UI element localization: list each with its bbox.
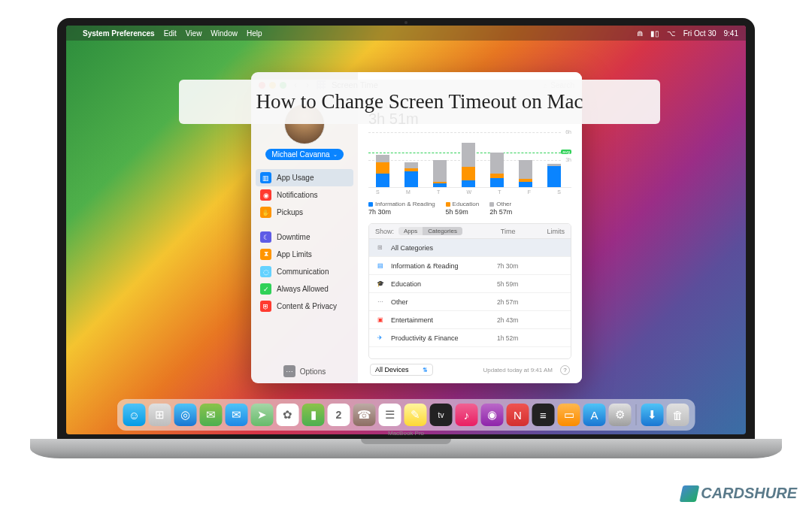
dock-contacts[interactable]: ☎ [353,404,376,426]
always-allowed-icon: ✓ [260,283,271,295]
laptop-base [30,439,782,458]
notifications-icon: ◉ [260,189,271,201]
table-row[interactable]: ▣Entertainment2h 43m [369,311,571,329]
dock-finder[interactable]: ☺ [123,404,146,426]
category-icon: 🎓 [375,279,385,289]
table-row[interactable]: ⋯Other2h 57m [369,293,571,311]
sidebar-options[interactable]: ⋯ Options [277,359,332,383]
laptop-frame: System Preferences Edit View Window Help… [57,18,755,469]
device-selector[interactable]: All Devices ⇅ [370,364,433,376]
table-row[interactable]: ▤Information & Reading7h 30m [369,257,571,275]
dock-messages[interactable]: ✉ [200,404,223,426]
communication-icon: ◌ [260,266,271,277]
sidebar-item-content-privacy[interactable]: ⛨Content & Privacy [256,298,353,315]
dock-appstore[interactable]: A [583,404,606,426]
pickups-icon: ✋ [260,207,271,218]
dock-calendar[interactable]: 2 [328,404,350,426]
chevron-updown-icon: ⇅ [423,367,428,373]
col-time: Time [501,228,516,235]
help-button[interactable]: ? [560,365,570,375]
menubar-item-window[interactable]: Window [211,29,238,38]
sidebar-item-communication[interactable]: ◌Communication [256,263,353,280]
category-table: Show: Apps Categories Time Limits ⊞All C… [368,223,571,359]
table-row[interactable]: ⊞All Categories [369,239,571,257]
watermark: CARDSHURE [681,485,797,502]
col-limits: Limits [547,228,565,235]
table-row[interactable]: 🎓Education5h 59m [369,275,571,293]
dock-safari[interactable]: ◎ [174,404,197,426]
category-icon: ▤ [375,261,385,271]
menubar-time[interactable]: 9:41 [724,29,738,38]
menubar-date[interactable]: Fri Oct 30 [683,29,717,38]
dock-books[interactable]: ▭ [558,404,580,426]
sidebar-item-pickups[interactable]: ✋Pickups [256,204,353,221]
dock-podcasts[interactable]: ◉ [481,404,504,426]
segment-apps[interactable]: Apps [398,227,423,235]
dock-news[interactable]: N [507,404,529,426]
dock-facetime[interactable]: ▮ [302,404,325,426]
dock-maps[interactable]: ➤ [251,404,274,426]
control-center-icon[interactable]: ⌥ [667,29,676,38]
app-limits-icon: ⧗ [260,249,271,260]
sidebar-item-notifications[interactable]: ◉Notifications [256,186,353,204]
chart-x-axis: SMTWTFS [368,188,571,195]
menubar-item-edit[interactable]: Edit [164,29,177,38]
laptop-label: MacBook Pro [388,430,424,437]
wifi-icon[interactable]: ⋒ [637,29,643,38]
user-selector[interactable]: Michael Cavanna ⌄ [265,149,343,160]
camera-icon [404,21,408,24]
dock-stocks[interactable]: ≡ [532,404,555,426]
dock-photos[interactable]: ✿ [277,404,299,426]
app-usage-icon: ▥ [260,172,271,183]
dock-reminders[interactable]: ☰ [379,404,401,426]
options-icon: ⋯ [283,365,295,377]
usage-chart: 6h3havg [368,132,571,188]
segment-control[interactable]: Apps Categories [398,227,462,235]
desktop: System Preferences Edit View Window Help… [66,26,746,434]
menubar-app-name[interactable]: System Preferences [83,29,155,38]
battery-icon[interactable]: ▮▯ [650,29,659,38]
watermark-icon [680,485,700,502]
dock-music[interactable]: ♪ [456,404,478,426]
chart-legend: Information & Reading7h 30mEducation5h 5… [368,201,571,216]
dock-tv[interactable]: tv [430,404,453,426]
sidebar-item-app-usage[interactable]: ▥App Usage [256,169,353,186]
sidebar-item-always-allowed[interactable]: ✓Always Allowed [256,280,353,298]
dock-mail[interactable]: ✉ [226,404,248,426]
category-icon: ⊞ [375,243,385,252]
sidebar-item-downtime[interactable]: ☾Downtime [256,228,353,246]
category-icon: ▣ [375,315,385,325]
menubar-item-help[interactable]: Help [247,29,262,38]
dock-downloads[interactable]: ⬇ [641,404,664,426]
article-title-overlay: How to Change Screen Timeout on Mac [179,80,660,124]
dock-trash[interactable]: 🗑 [667,404,689,426]
dock-launchpad[interactable]: ⊞ [149,404,171,426]
downtime-icon: ☾ [260,231,271,243]
content-privacy-icon: ⛨ [260,301,271,312]
category-icon: ✈ [375,333,385,343]
dock-preferences[interactable]: ⚙ [609,404,632,426]
sidebar-item-app-limits[interactable]: ⧗App Limits [256,246,353,263]
menubar-item-view[interactable]: View [186,29,202,38]
dock-notes[interactable]: ✎ [404,404,427,426]
chevron-down-icon: ⌄ [333,152,338,158]
menubar: System Preferences Edit View Window Help… [66,26,746,41]
category-icon: ⋯ [375,297,385,307]
show-label: Show: [375,228,394,235]
dock: ☺⊞◎✉✉➤✿▮2☎☰✎tv♪◉N≡▭A⚙⬇🗑 [117,399,695,431]
updated-label: Updated today at 9:41 AM [483,367,553,373]
table-row[interactable]: ✈Productivity & Finance1h 52m [369,329,571,347]
segment-categories[interactable]: Categories [423,227,462,235]
